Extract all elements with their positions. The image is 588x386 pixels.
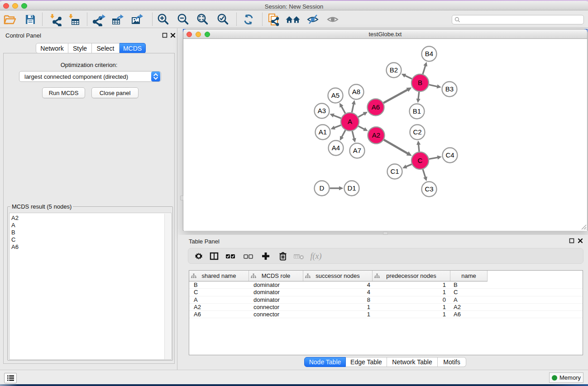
result-item[interactable]: A6 <box>10 243 171 251</box>
edge-A-A5[interactable] <box>341 106 345 114</box>
save-session-button[interactable] <box>23 12 38 27</box>
table-cell[interactable]: A6 <box>194 311 201 318</box>
deselect-all-button[interactable] <box>241 250 255 262</box>
show-column-button[interactable] <box>207 250 221 262</box>
close-panel-button[interactable]: Close panel <box>91 87 139 98</box>
mcds-result-list[interactable]: A2ABCA6 <box>9 213 172 360</box>
tab-select[interactable]: Select <box>92 43 120 53</box>
edge-B-B3[interactable] <box>429 85 438 86</box>
table-cell[interactable]: dominator <box>253 289 280 296</box>
column-header-name[interactable]: name <box>450 271 488 281</box>
table-row[interactable]: Adominator80A <box>189 296 583 304</box>
run-mcds-button[interactable]: Run MCDS <box>42 87 85 98</box>
zoom-selected-button[interactable] <box>215 12 231 27</box>
table-cell[interactable]: 1 <box>343 311 370 318</box>
table-cell[interactable]: 0 <box>419 296 446 304</box>
table-cell[interactable]: connector <box>253 311 279 318</box>
tab-style[interactable]: Style <box>68 43 92 53</box>
result-item[interactable]: A <box>10 222 171 229</box>
close-panel-icon[interactable] <box>170 33 176 38</box>
new-table-button[interactable] <box>110 12 125 27</box>
edge-C-C4[interactable] <box>429 157 438 159</box>
table-cell[interactable]: C <box>454 289 458 296</box>
zoom-in-button[interactable] <box>156 12 171 27</box>
edge-A-A3[interactable] <box>333 115 341 119</box>
float-table-panel-icon[interactable] <box>569 238 574 243</box>
table-cell[interactable]: B <box>194 281 198 289</box>
table-cell[interactable]: 1 <box>419 281 446 289</box>
copy-style-button[interactable] <box>266 12 282 27</box>
close-table-panel-icon[interactable] <box>578 238 583 243</box>
table-cell[interactable]: 1 <box>343 304 370 311</box>
open-file-button[interactable] <box>2 12 18 27</box>
table-cell[interactable]: 1 <box>419 311 446 318</box>
delete-row-button[interactable] <box>276 250 290 262</box>
table-cell[interactable]: 4 <box>343 289 370 296</box>
show-all-button[interactable] <box>325 12 341 27</box>
add-row-button[interactable] <box>259 250 272 262</box>
edge-B-B4[interactable] <box>423 66 425 74</box>
table-cell[interactable]: B <box>454 281 458 289</box>
edge-C-C2[interactable] <box>419 144 420 152</box>
refresh-button[interactable] <box>241 12 256 27</box>
vertical-splitter-grip[interactable] <box>180 195 183 200</box>
edge-A2-C[interactable] <box>384 140 408 154</box>
table-options-button[interactable] <box>192 250 206 262</box>
edge-A-A4[interactable] <box>342 130 345 138</box>
table-cell[interactable]: connector <box>253 304 279 311</box>
edge-A-A2[interactable] <box>359 126 365 129</box>
result-item[interactable]: A2 <box>10 214 171 222</box>
column-header-predecessor-nodes[interactable]: predecessor nodes <box>373 271 450 281</box>
edge-A-A7[interactable] <box>352 131 354 138</box>
table-row[interactable]: A2connector11A2 <box>189 304 583 311</box>
column-header-MCDS-role[interactable]: MCDS role <box>249 271 303 281</box>
export-image-button[interactable] <box>129 12 145 27</box>
table-cell[interactable]: A2 <box>194 304 201 311</box>
edge-B-B1[interactable] <box>418 92 419 99</box>
edge-A6-B[interactable] <box>383 90 408 103</box>
column-header-shared-name[interactable]: shared name <box>189 271 249 281</box>
zoom-out-button[interactable] <box>176 12 191 27</box>
table-cell[interactable]: 1 <box>419 289 446 296</box>
edge-A-A6[interactable] <box>358 114 364 117</box>
tab-motifs[interactable]: Motifs <box>438 357 466 367</box>
table-cell[interactable]: 1 <box>419 304 446 311</box>
edge-A-A8[interactable] <box>352 104 354 112</box>
float-panel-icon[interactable] <box>162 33 167 38</box>
table-cell[interactable]: A <box>454 296 458 304</box>
table-row[interactable]: Cdominator41C <box>189 289 583 296</box>
panel-list-button[interactable] <box>4 373 17 383</box>
show-graphics-details-button[interactable] <box>285 12 301 27</box>
table-row[interactable]: A6connector11A6 <box>189 311 583 318</box>
table-cell[interactable]: A6 <box>454 311 461 318</box>
select-all-button[interactable] <box>224 250 237 262</box>
import-network-from-file-button[interactable] <box>48 12 63 27</box>
resize-grip-icon[interactable] <box>581 224 587 230</box>
edge-A-A1[interactable] <box>334 125 341 128</box>
result-item[interactable]: C <box>10 236 171 243</box>
table-cell[interactable]: dominator <box>253 281 280 289</box>
edge-B-B2[interactable] <box>405 76 412 79</box>
table-cell[interactable]: 4 <box>343 281 370 289</box>
zoom-fit-button[interactable] <box>195 12 210 27</box>
function-builder-button[interactable]: f(x) <box>309 250 323 262</box>
edge-C-C3[interactable] <box>423 169 425 177</box>
tab-node-table[interactable]: Node Table <box>304 357 346 367</box>
new-network-button[interactable] <box>92 12 107 27</box>
criterion-dropdown[interactable]: largest connected component (directed) <box>19 71 161 82</box>
table-cell[interactable]: C <box>194 289 198 296</box>
horizontal-splitter-grip[interactable] <box>383 232 388 235</box>
tab-network[interactable]: Network <box>36 43 68 53</box>
edge-C-C1[interactable] <box>406 164 412 167</box>
table-cell[interactable]: A <box>194 296 198 304</box>
result-scrollbar[interactable] <box>164 214 171 360</box>
memory-button[interactable]: Memory <box>549 372 583 383</box>
import-table-from-file-button[interactable] <box>66 12 81 27</box>
table-cell[interactable]: 8 <box>343 296 370 304</box>
delete-table-button[interactable] <box>292 250 306 262</box>
tab-network-table[interactable]: Network Table <box>387 357 438 367</box>
network-canvas[interactable]: ABCA6A2A1A3A4A5A7A8B1B2B3B4C1C2C3C4DD1 <box>184 39 587 231</box>
tab-edge-table[interactable]: Edge Table <box>346 357 387 367</box>
tab-mcds[interactable]: MCDS <box>120 43 146 53</box>
search-input[interactable] <box>460 16 583 24</box>
